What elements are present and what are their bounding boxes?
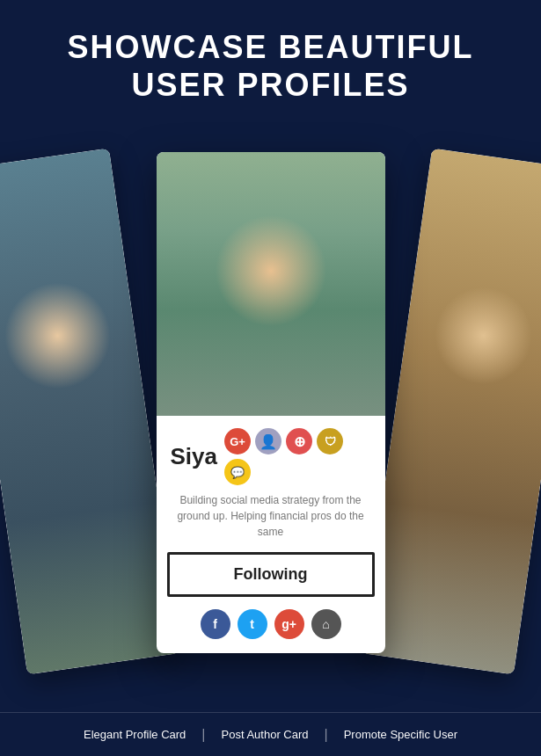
- left-avatar: [0, 149, 180, 675]
- left-profile-card: ✓ 🇺🇸 🏆 💬 rPro plugin and WP coder. Follo…: [0, 149, 180, 675]
- center-social-row: f t g+ ⌂: [157, 609, 385, 653]
- center-chat-badge: 💬: [224, 459, 251, 485]
- page-title: SHOWCASE BEAUTIFUL USER PROFILES: [18, 28, 523, 104]
- center-user-name: Siya: [171, 443, 218, 470]
- footer-item-elegant: Elegant Profile Card: [68, 728, 201, 741]
- center-facebook-icon[interactable]: f: [201, 609, 230, 639]
- footer-bar: Elegant Profile Card | Post Author Card …: [0, 712, 541, 756]
- center-person-badge: 👤: [255, 428, 281, 454]
- header: SHOWCASE BEAUTIFUL USER PROFILES: [0, 0, 541, 121]
- footer-item-author: Post Author Card: [206, 728, 325, 741]
- right-ribbon-badge: [432, 672, 454, 674]
- center-avatar: [157, 152, 385, 416]
- center-name-row: Siya G+ 👤 ⊕ 🛡 💬: [171, 428, 371, 485]
- following-button[interactable]: Following: [167, 552, 375, 597]
- center-gplus-badge: G+: [224, 428, 251, 454]
- right-user-name: Billy: [366, 665, 402, 675]
- right-avatar: [361, 149, 541, 675]
- center-twitter-icon[interactable]: t: [238, 609, 267, 639]
- center-badges-row: G+ 👤 ⊕ 🛡 💬: [224, 428, 371, 485]
- footer-item-promote: Promote Specific User: [328, 728, 473, 741]
- center-shield-badge: 🛡: [317, 428, 343, 454]
- center-profile-card: Siya G+ 👤 ⊕ 🛡 💬 Building social media st…: [157, 152, 385, 653]
- cards-area: ✓ 🇺🇸 🏆 💬 rPro plugin and WP coder. Follo…: [0, 121, 541, 684]
- center-home-icon[interactable]: ⌂: [311, 609, 341, 639]
- right-profile-card: Billy f Specialized in creating beautifu…: [361, 149, 541, 675]
- center-life-badge: ⊕: [286, 428, 312, 454]
- left-trophy-badge: 🏆: [86, 672, 110, 675]
- left-chat-badge: 💬: [111, 669, 135, 675]
- center-googleplus-icon[interactable]: g+: [274, 609, 304, 639]
- center-card-body: Siya G+ 👤 ⊕ 🛡 💬 Building social media st…: [157, 416, 385, 540]
- right-fb-badge: f: [404, 669, 429, 675]
- center-bio: Building social media strategy from the …: [171, 492, 371, 540]
